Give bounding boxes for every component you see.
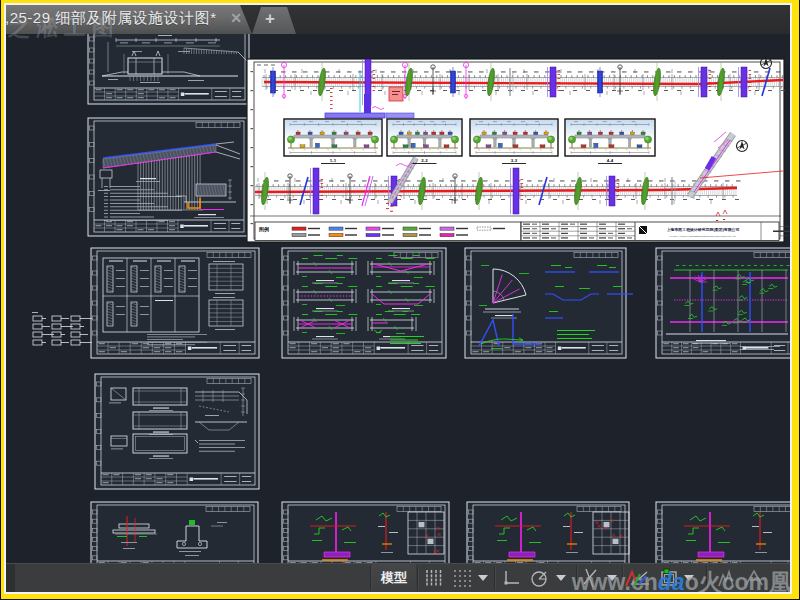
statusbar-corner [6,564,15,592]
statusbar-group-ortho [498,564,568,592]
drawing-tab-title: ,25-29 细部及附属设施设计图* [6,9,217,28]
sheet-5c [467,502,629,563]
sheet-2 [88,118,248,236]
sheet-3b [282,248,446,358]
cad-application-window: ,25-29 细部及附属设施设计图* ✕ + 之淞工图 1-12-23-34-4… [6,5,790,592]
status-bar: 模型 [6,563,790,592]
svg-text:2-2: 2-2 [421,158,428,163]
svg-text:上海市政工程设计研究总院(集团)有限公司: 上海市政工程设计研究总院(集团)有限公司 [666,227,740,232]
drawing-canvas[interactable]: 1-12-23-34-4图例上海市政工程设计研究总院(集团)有限公司SHANGH… [6,34,790,563]
svg-text:4-4: 4-4 [607,158,614,163]
model-tab-button[interactable]: 模型 [372,564,416,592]
polar-dropdown-caret[interactable] [554,566,568,590]
sheet-3d [656,248,790,358]
osnap-icon[interactable] [578,566,604,590]
separator [370,566,371,590]
snap-icon[interactable] [421,566,447,590]
annotation-icon[interactable] [741,566,767,590]
ortho-icon[interactable] [499,566,525,590]
osnap-dropdown-caret[interactable] [605,566,619,590]
sheet-5b [282,502,449,563]
separator [622,566,623,590]
snap-dropdown-caret[interactable] [476,566,490,590]
sheet-1 [88,34,249,104]
sheet-3c [465,248,633,358]
workspace-icon[interactable] [713,566,739,590]
dyninput-dropdown-caret[interactable] [682,566,696,590]
grid-icon[interactable] [449,566,475,590]
sheet-3a [91,248,259,358]
svg-text:图例: 图例 [259,226,269,233]
separator [706,566,707,590]
drawing-tab-bar: ,25-29 细部及附属设施设计图* ✕ + [6,5,790,34]
plus-icon: + [265,9,275,29]
statusbar-group-dyn [626,564,696,592]
statusbar-group-snap [420,564,490,592]
sheet-4 [95,374,259,489]
separator [494,566,495,590]
active-drawing-tab[interactable]: ,25-29 细部及附属设施设计图* ✕ [6,5,252,34]
polar-icon[interactable] [527,566,553,590]
statusbar-group-right [712,564,768,592]
statusbar-group-osnap [577,564,619,592]
active-white-sheet: 1-12-23-34-4图例上海市政工程设计研究总院(集团)有限公司SHANGH… [247,58,790,243]
tab-close-icon[interactable]: ✕ [226,8,246,28]
angle-icon[interactable] [627,566,653,590]
separator [417,566,418,590]
new-tab-button[interactable]: + [252,7,296,34]
dyninput-icon[interactable] [655,566,681,590]
sheet-5d [656,502,790,563]
sheet-5a [91,502,258,563]
svg-text:3-3: 3-3 [511,158,518,163]
svg-text:1-1: 1-1 [330,158,337,163]
